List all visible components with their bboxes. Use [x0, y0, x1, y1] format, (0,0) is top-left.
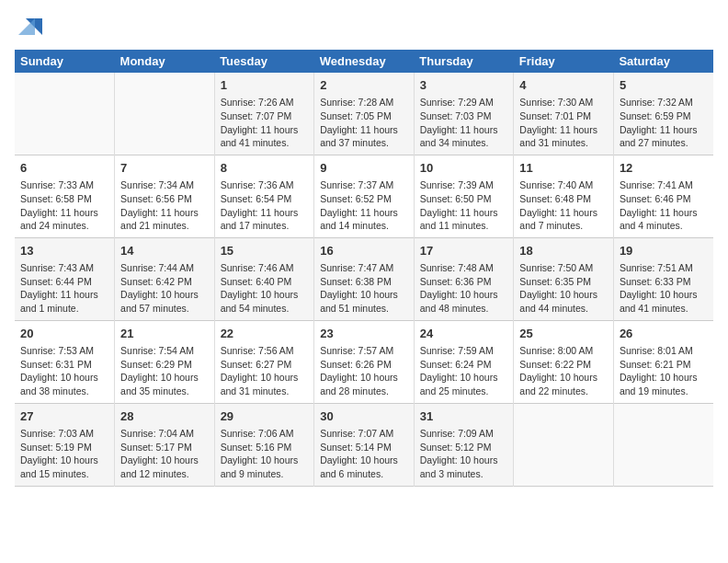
day-cell: 18Sunrise: 7:50 AM Sunset: 6:35 PM Dayli… — [514, 237, 614, 320]
day-info: Sunrise: 7:39 AM Sunset: 6:50 PM Dayligh… — [420, 178, 508, 233]
day-number: 12 — [620, 160, 708, 177]
day-cell: 11Sunrise: 7:40 AM Sunset: 6:48 PM Dayli… — [514, 155, 614, 237]
day-cell: 26Sunrise: 8:01 AM Sunset: 6:21 PM Dayli… — [613, 320, 713, 403]
day-cell: 23Sunrise: 7:57 AM Sunset: 6:26 PM Dayli… — [314, 320, 415, 403]
day-cell: 6Sunrise: 7:33 AM Sunset: 6:58 PM Daylig… — [15, 155, 115, 237]
day-number: 17 — [420, 243, 508, 259]
day-number: 9 — [320, 160, 408, 177]
calendar-body: 1Sunrise: 7:26 AM Sunset: 7:07 PM Daylig… — [15, 73, 713, 486]
day-info: Sunrise: 7:59 AM Sunset: 6:24 PM Dayligh… — [420, 344, 508, 398]
day-cell: 12Sunrise: 7:41 AM Sunset: 6:46 PM Dayli… — [613, 155, 713, 237]
column-header-friday: Friday — [514, 50, 614, 73]
day-cell: 21Sunrise: 7:54 AM Sunset: 6:29 PM Dayli… — [115, 320, 215, 403]
day-cell: 14Sunrise: 7:44 AM Sunset: 6:42 PM Dayli… — [115, 237, 215, 320]
day-info: Sunrise: 7:34 AM Sunset: 6:56 PM Dayligh… — [120, 178, 209, 233]
week-row-5: 27Sunrise: 7:03 AM Sunset: 5:19 PM Dayli… — [15, 403, 713, 486]
day-info: Sunrise: 7:51 AM Sunset: 6:33 PM Dayligh… — [620, 261, 708, 316]
day-cell: 25Sunrise: 8:00 AM Sunset: 6:22 PM Dayli… — [514, 320, 614, 403]
day-number: 4 — [519, 77, 608, 94]
day-cell: 15Sunrise: 7:46 AM Sunset: 6:40 PM Dayli… — [214, 237, 314, 320]
day-number: 30 — [320, 408, 408, 425]
day-info: Sunrise: 7:30 AM Sunset: 7:01 PM Dayligh… — [519, 96, 608, 150]
day-info: Sunrise: 7:07 AM Sunset: 5:14 PM Dayligh… — [320, 427, 408, 481]
day-cell — [613, 403, 713, 486]
day-info: Sunrise: 7:04 AM Sunset: 5:17 PM Dayligh… — [120, 427, 209, 481]
day-info: Sunrise: 7:44 AM Sunset: 6:42 PM Dayligh… — [120, 261, 209, 316]
day-info: Sunrise: 7:53 AM Sunset: 6:31 PM Dayligh… — [20, 344, 108, 398]
day-cell: 1Sunrise: 7:26 AM Sunset: 7:07 PM Daylig… — [214, 73, 314, 155]
day-cell: 4Sunrise: 7:30 AM Sunset: 7:01 PM Daylig… — [514, 73, 614, 155]
column-header-sunday: Sunday — [15, 50, 115, 73]
column-header-thursday: Thursday — [414, 50, 514, 73]
column-header-saturday: Saturday — [613, 50, 713, 73]
day-number: 24 — [420, 326, 508, 342]
day-cell — [514, 403, 614, 486]
day-number: 20 — [20, 326, 108, 342]
calendar-table: SundayMondayTuesdayWednesdayThursdayFrid… — [15, 50, 713, 487]
day-number: 14 — [120, 243, 209, 259]
day-info: Sunrise: 7:56 AM Sunset: 6:27 PM Dayligh… — [221, 344, 309, 398]
day-info: Sunrise: 7:48 AM Sunset: 6:36 PM Dayligh… — [420, 261, 508, 316]
logo-icon — [17, 15, 44, 40]
day-info: Sunrise: 7:40 AM Sunset: 6:48 PM Dayligh… — [519, 178, 608, 233]
day-cell: 29Sunrise: 7:06 AM Sunset: 5:16 PM Dayli… — [214, 403, 314, 486]
day-info: Sunrise: 7:46 AM Sunset: 6:40 PM Dayligh… — [221, 261, 309, 316]
day-cell: 3Sunrise: 7:29 AM Sunset: 7:03 PM Daylig… — [414, 73, 514, 155]
day-info: Sunrise: 7:33 AM Sunset: 6:58 PM Dayligh… — [20, 178, 108, 233]
day-cell: 27Sunrise: 7:03 AM Sunset: 5:19 PM Dayli… — [15, 403, 115, 486]
day-cell: 24Sunrise: 7:59 AM Sunset: 6:24 PM Dayli… — [414, 320, 514, 403]
day-info: Sunrise: 7:26 AM Sunset: 7:07 PM Dayligh… — [221, 96, 309, 150]
day-info: Sunrise: 7:50 AM Sunset: 6:35 PM Dayligh… — [519, 261, 608, 316]
day-info: Sunrise: 8:00 AM Sunset: 6:22 PM Dayligh… — [519, 344, 608, 398]
day-cell: 17Sunrise: 7:48 AM Sunset: 6:36 PM Dayli… — [414, 237, 514, 320]
day-number: 10 — [420, 160, 508, 177]
day-number: 5 — [620, 77, 708, 94]
day-info: Sunrise: 7:37 AM Sunset: 6:52 PM Dayligh… — [320, 178, 408, 233]
day-number: 19 — [620, 243, 708, 259]
day-info: Sunrise: 7:32 AM Sunset: 6:59 PM Dayligh… — [620, 96, 708, 150]
day-info: Sunrise: 7:57 AM Sunset: 6:26 PM Dayligh… — [320, 344, 408, 398]
day-cell: 5Sunrise: 7:32 AM Sunset: 6:59 PM Daylig… — [613, 73, 713, 155]
day-number: 13 — [20, 243, 108, 259]
day-info: Sunrise: 7:29 AM Sunset: 7:03 PM Dayligh… — [420, 96, 508, 150]
day-number: 31 — [420, 408, 508, 425]
column-header-wednesday: Wednesday — [314, 50, 415, 73]
day-cell: 9Sunrise: 7:37 AM Sunset: 6:52 PM Daylig… — [314, 155, 415, 237]
svg-marker-1 — [18, 18, 35, 35]
header-row: SundayMondayTuesdayWednesdayThursdayFrid… — [15, 50, 713, 73]
day-number: 23 — [320, 326, 408, 342]
day-number: 15 — [221, 243, 309, 259]
day-cell: 8Sunrise: 7:36 AM Sunset: 6:54 PM Daylig… — [214, 155, 314, 237]
day-info: Sunrise: 7:03 AM Sunset: 5:19 PM Dayligh… — [20, 427, 108, 481]
day-cell: 20Sunrise: 7:53 AM Sunset: 6:31 PM Dayli… — [15, 320, 115, 403]
day-number: 11 — [519, 160, 608, 177]
day-info: Sunrise: 7:06 AM Sunset: 5:16 PM Dayligh… — [221, 427, 309, 481]
day-info: Sunrise: 7:28 AM Sunset: 7:05 PM Dayligh… — [320, 96, 408, 150]
column-header-monday: Monday — [115, 50, 215, 73]
day-cell: 28Sunrise: 7:04 AM Sunset: 5:17 PM Dayli… — [115, 403, 215, 486]
day-cell: 13Sunrise: 7:43 AM Sunset: 6:44 PM Dayli… — [15, 237, 115, 320]
day-info: Sunrise: 7:36 AM Sunset: 6:54 PM Dayligh… — [221, 178, 309, 233]
day-number: 28 — [120, 408, 209, 425]
day-info: Sunrise: 7:09 AM Sunset: 5:12 PM Dayligh… — [420, 427, 508, 481]
day-number: 27 — [20, 408, 108, 425]
day-number: 25 — [519, 326, 608, 342]
day-cell: 7Sunrise: 7:34 AM Sunset: 6:56 PM Daylig… — [115, 155, 215, 237]
day-cell: 19Sunrise: 7:51 AM Sunset: 6:33 PM Dayli… — [613, 237, 713, 320]
day-number: 21 — [120, 326, 209, 342]
day-cell: 10Sunrise: 7:39 AM Sunset: 6:50 PM Dayli… — [414, 155, 514, 237]
day-number: 7 — [120, 160, 209, 177]
day-cell: 30Sunrise: 7:07 AM Sunset: 5:14 PM Dayli… — [314, 403, 415, 486]
day-cell: 22Sunrise: 7:56 AM Sunset: 6:27 PM Dayli… — [214, 320, 314, 403]
day-number: 16 — [320, 243, 408, 259]
day-number: 2 — [320, 77, 408, 94]
column-header-tuesday: Tuesday — [214, 50, 314, 73]
day-info: Sunrise: 7:47 AM Sunset: 6:38 PM Dayligh… — [320, 261, 408, 316]
day-number: 18 — [519, 243, 608, 259]
day-cell — [115, 73, 215, 155]
week-row-2: 6Sunrise: 7:33 AM Sunset: 6:58 PM Daylig… — [15, 155, 713, 237]
day-cell: 31Sunrise: 7:09 AM Sunset: 5:12 PM Dayli… — [414, 403, 514, 486]
day-cell: 16Sunrise: 7:47 AM Sunset: 6:38 PM Dayli… — [314, 237, 415, 320]
day-info: Sunrise: 7:41 AM Sunset: 6:46 PM Dayligh… — [620, 178, 708, 233]
day-number: 29 — [221, 408, 309, 425]
